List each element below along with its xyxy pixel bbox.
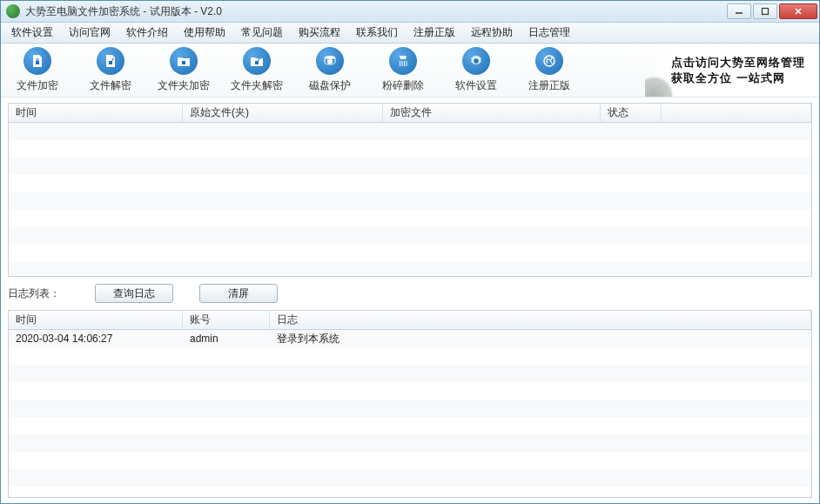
maximize-button[interactable] [753,3,777,19]
toolbar-label: 文件夹加密 [158,78,210,93]
svg-rect-2 [109,61,112,64]
table-row[interactable] [9,400,811,417]
col-account[interactable]: 账号 [183,311,270,329]
titlebar[interactable]: 大势至电脑文件加密系统 - 试用版本 - V2.0 [1,1,819,23]
table-row[interactable] [9,140,811,158]
svg-point-6 [474,59,478,63]
grid-header: 时间 原始文件(夹) 加密文件 状态 [9,104,811,123]
toolbar-label: 文件解密 [90,78,131,93]
grid-body[interactable] [9,123,811,276]
register-icon: R [535,47,563,75]
cell [9,365,183,382]
col-log[interactable]: 日志 [270,311,811,329]
col-time[interactable]: 时间 [9,104,183,122]
cell [183,452,270,469]
col-source[interactable]: 原始文件(夹) [183,104,383,122]
promo-banner[interactable]: 点击访问大势至网络管理 获取全方位 一站式网 [645,44,819,97]
menu-item[interactable]: 远程协助 [464,23,520,43]
content-area: 时间 原始文件(夹) 加密文件 状态 日志列表： 查询日志 清屏 时间 账号 日… [1,97,819,503]
cell [601,227,662,245]
col-status[interactable]: 状态 [601,104,662,122]
file-unlock-icon [97,47,124,75]
menu-item[interactable]: 常见问题 [234,23,290,43]
table-row[interactable]: 2020-03-04 14:06:27admin登录到本系统 [9,330,811,347]
table-row[interactable] [9,175,811,192]
table-row[interactable] [9,469,811,487]
table-row[interactable] [9,452,811,469]
toolbar-label: 注册正版 [528,78,570,93]
cell [183,262,383,276]
cell [9,452,183,469]
cell [601,175,662,192]
menu-item[interactable]: 注册正版 [407,23,462,43]
cell [662,245,811,262]
cell [9,487,183,497]
col-encrypted[interactable]: 加密文件 [383,104,601,122]
cell [662,175,811,192]
log-toolbar: 日志列表： 查询日志 清屏 [8,282,812,305]
table-row[interactable] [9,158,811,175]
toolbar-label: 文件加密 [17,78,58,93]
cell: admin [183,330,270,347]
settings-button[interactable]: 软件设置 [447,44,506,97]
register-button[interactable]: R注册正版 [520,44,579,97]
grid-body[interactable]: 2020-03-04 14:06:27admin登录到本系统 [9,330,811,497]
cell [9,382,183,400]
disk-protect-button[interactable]: 磁盘保护 [300,44,360,97]
cell [9,245,183,262]
cell [183,434,270,452]
shred-delete-button[interactable]: 粉碎删除 [373,44,433,97]
toolbar-label: 磁盘保护 [309,78,351,93]
file-lock-icon [24,47,51,75]
cell [383,175,601,192]
cell [9,192,183,210]
table-row[interactable] [9,434,811,452]
table-row[interactable] [9,487,811,497]
menu-item[interactable]: 使用帮助 [177,23,232,43]
cell [183,210,383,227]
cell [662,123,811,140]
cell [183,123,383,140]
cell [9,158,183,175]
table-row[interactable] [9,347,811,365]
window-title: 大势至电脑文件加密系统 - 试用版本 - V2.0 [25,4,727,19]
table-row[interactable] [9,192,811,210]
close-button[interactable] [779,3,817,19]
banner-line2: 获取全方位 一站式网 [671,71,785,86]
menu-item[interactable]: 访问官网 [62,23,118,43]
table-row[interactable] [9,210,811,227]
menu-item[interactable]: 联系我们 [349,23,405,43]
cell [270,469,811,487]
table-row[interactable] [9,417,811,434]
cell: 2020-03-04 14:06:27 [9,330,183,347]
table-row[interactable] [9,227,811,245]
log-list-label: 日志列表： [8,286,60,301]
grid-header: 时间 账号 日志 [9,311,811,330]
table-row[interactable] [9,365,811,382]
menu-item[interactable]: 购买流程 [292,23,347,43]
table-row[interactable] [9,382,811,400]
toolbar: 文件加密文件解密文件夹加密文件夹解密磁盘保护粉碎删除软件设置R注册正版 点击访问… [1,44,819,97]
folder-decrypt-button[interactable]: 文件夹解密 [227,44,286,97]
col-time[interactable]: 时间 [9,311,183,329]
cell [183,245,383,262]
cell [270,347,811,365]
file-encrypt-button[interactable]: 文件加密 [8,44,67,97]
cell [383,123,601,140]
menu-item[interactable]: 日志管理 [521,23,577,43]
cell [9,123,183,140]
table-row[interactable] [9,262,811,276]
cell [601,123,662,140]
menu-item[interactable]: 软件介绍 [119,23,175,43]
clear-screen-button[interactable]: 清屏 [199,284,278,303]
folder-encrypt-button[interactable]: 文件夹加密 [154,44,213,97]
cell [183,487,270,497]
cell [383,245,601,262]
table-row[interactable] [9,245,811,262]
query-log-button[interactable]: 查询日志 [95,284,173,303]
file-decrypt-button[interactable]: 文件解密 [81,44,140,97]
minimize-button[interactable] [727,3,751,19]
menu-item[interactable]: 软件设置 [4,23,60,43]
table-row[interactable] [9,123,811,140]
cell [9,227,183,245]
